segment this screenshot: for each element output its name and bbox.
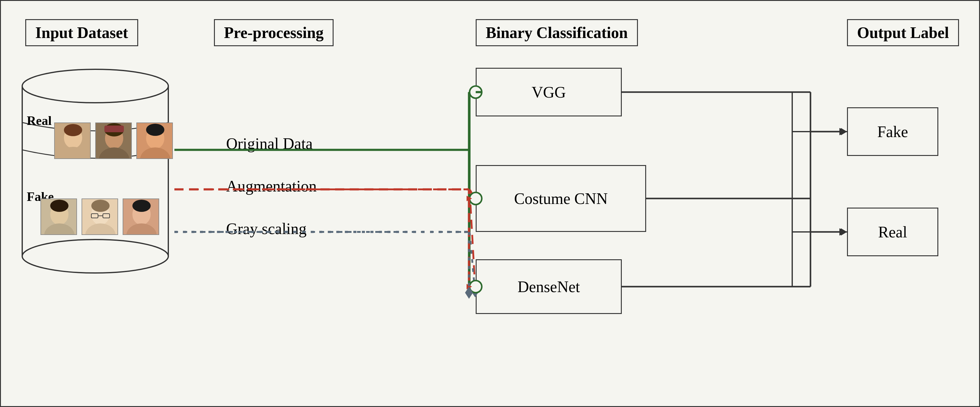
face-fake-2 [81,198,118,235]
face-fake-3 [123,198,159,235]
svg-marker-58 [841,128,847,135]
svg-marker-60 [841,228,847,236]
diagram-container: Input Dataset Pre-processing Binary Clas… [0,0,980,407]
svg-point-15 [146,124,164,136]
svg-marker-72 [466,196,472,201]
costume-cnn-box: Costume CNN [476,165,646,232]
face-fake-1 [40,198,77,235]
svg-point-30 [132,200,151,212]
face-real-2 [95,122,132,159]
svg-point-23 [91,200,110,212]
svg-marker-74 [466,284,472,289]
face-real-3 [136,122,173,159]
svg-point-19 [50,200,68,212]
svg-rect-11 [104,125,124,132]
face-real-1 [54,122,91,159]
svg-marker-47 [471,197,475,201]
header-preprocessing: Pre-processing [214,19,334,46]
svg-line-46 [469,189,475,198]
svg-point-1 [22,69,168,103]
database-cylinder [16,62,174,280]
output-fake-box: Fake [847,107,938,156]
svg-marker-85 [839,228,847,236]
svg-marker-77 [465,287,473,299]
vgg-box: VGG [476,68,622,116]
svg-point-2 [22,239,168,273]
densenet-box: DenseNet [476,259,622,314]
svg-marker-83 [839,128,847,135]
header-input-dataset: Input Dataset [25,19,138,46]
original-data-label: Original Data [226,135,313,153]
output-real-box: Real [847,207,938,256]
svg-marker-49 [471,285,475,290]
gray-scaling-label: Gray scaling [226,220,307,238]
svg-line-51 [469,232,475,293]
augmentation-label: Augmentation [226,177,317,195]
svg-line-48 [469,189,475,287]
svg-point-6 [64,124,82,136]
header-binary-classification: Binary Classification [476,19,638,46]
real-label: Real [27,113,52,128]
header-output-label: Output Label [847,19,959,46]
